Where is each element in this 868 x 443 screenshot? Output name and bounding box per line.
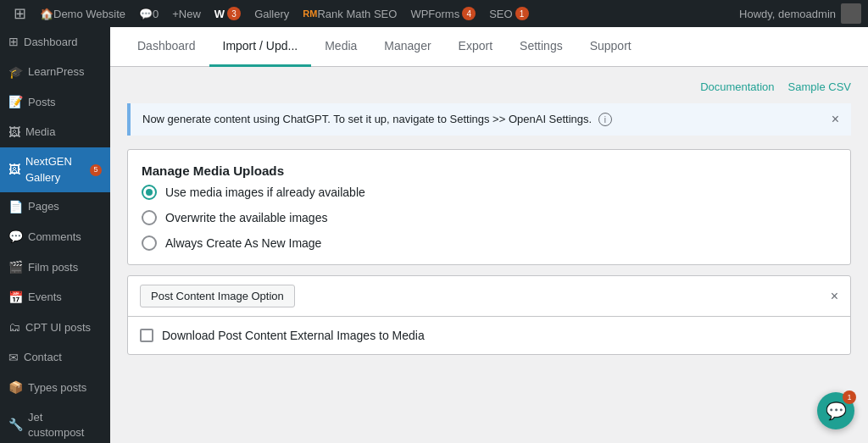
sidebar-item-label: Comments <box>28 230 81 245</box>
sidebar-item-label: Media <box>25 125 55 140</box>
pages-icon: 📄 <box>8 199 23 216</box>
sidebar-item-label: CPT UI posts <box>25 320 91 335</box>
sidebar-item-learnpress[interactable]: 🎓 LearnPress <box>0 58 110 88</box>
film-icon: 🎬 <box>8 259 23 276</box>
chat-widget[interactable]: 💬 1 <box>817 392 854 429</box>
rankmath-item[interactable]: RM Rank Math SEO <box>296 0 403 27</box>
documentation-link[interactable]: Documentation <box>700 80 774 93</box>
gallery-label: Gallery <box>254 8 289 20</box>
howdy-area: Howdy, demoadmin <box>739 3 861 24</box>
sidebar-item-cpt-ui[interactable]: 🗂 CPT UI posts <box>0 313 110 343</box>
post-content-header: Post Content Image Option × <box>128 276 850 317</box>
sample-csv-link[interactable]: Sample CSV <box>788 80 851 93</box>
chat-icon: 💬 <box>826 401 847 421</box>
sidebar-item-pages[interactable]: 📄 Pages <box>0 192 110 223</box>
sidebar-item-label: Jet custompost <box>28 410 102 440</box>
option-overwrite-label: Overwrite the available images <box>165 211 327 224</box>
new-label: New <box>179 8 201 20</box>
sidebar-item-dashboard[interactable]: ⊞ Dashboard <box>0 27 110 58</box>
sidebar-item-label: NextGEN Gallery <box>25 154 83 185</box>
notice-close-button[interactable]: × <box>832 112 839 127</box>
chat-badge: 1 <box>843 390 856 404</box>
tab-support[interactable]: Support <box>576 27 645 67</box>
sidebar-item-events[interactable]: 📅 Events <box>0 283 110 313</box>
radio-use-media[interactable] <box>142 185 157 200</box>
main-content: Dashboard Import / Upd... Media Manager … <box>110 27 868 443</box>
sidebar-item-types-posts[interactable]: 📦 Types posts <box>0 373 110 403</box>
plugin-tabs: Dashboard Import / Upd... Media Manager … <box>110 27 868 67</box>
tab-export[interactable]: Export <box>445 27 506 67</box>
download-post-content-checkbox[interactable] <box>140 329 153 342</box>
option-use-media-label: Use media images if already available <box>165 186 365 199</box>
rankmath-label: Rank Math SEO <box>317 8 397 20</box>
option-overwrite[interactable]: Overwrite the available images <box>142 210 837 225</box>
types-icon: 📦 <box>8 379 23 396</box>
seo-item[interactable]: SEO 1 <box>482 0 535 27</box>
howdy-text: Howdy, demoadmin <box>739 8 836 20</box>
seo-badge: 1 <box>515 7 529 20</box>
posts-icon: 📝 <box>8 94 23 111</box>
gallery-item[interactable]: Gallery <box>248 0 296 27</box>
option-always-create[interactable]: Always Create As New Image <box>142 235 837 251</box>
cpt-icon: 🗂 <box>8 319 20 336</box>
sidebar-item-film-posts[interactable]: 🎬 Film posts <box>0 252 110 283</box>
admin-bar: ⊞ 🏠 Demo Website 💬 0 + New W 3 Gallery R… <box>0 0 868 27</box>
comments-icon: 💬 <box>8 229 23 246</box>
option-always-create-label: Always Create As New Image <box>165 236 321 250</box>
sidebar-item-label: Film posts <box>28 260 78 275</box>
new-item[interactable]: + New <box>165 0 208 27</box>
sidebar-item-label: Events <box>28 290 62 305</box>
tab-manager[interactable]: Manager <box>370 27 444 67</box>
download-post-content-label: Download Post Content External Images to… <box>162 329 425 342</box>
admin-avatar <box>841 3 861 24</box>
manage-media-card: Manage Media Uploads Use media images if… <box>127 149 851 265</box>
contact-icon: ✉ <box>8 350 19 367</box>
radio-overwrite[interactable] <box>142 210 157 225</box>
manage-media-title: Manage Media Uploads <box>142 163 837 178</box>
wp-core-badge: 3 <box>227 7 241 20</box>
info-icon[interactable]: i <box>598 113 612 126</box>
sidebar-item-contact[interactable]: ✉ Contact <box>0 343 110 374</box>
sidebar-item-posts[interactable]: 📝 Posts <box>0 87 110 118</box>
nextgen-icon: 🖼 <box>8 162 20 179</box>
sidebar: ⊞ Dashboard 🎓 LearnPress 📝 Posts 🖼 Media… <box>0 27 110 443</box>
wpforms-item[interactable]: WPForms 4 <box>403 0 482 27</box>
sidebar-item-jet-custompost[interactable]: 🔧 Jet custompost <box>0 403 110 443</box>
sidebar-item-label: Dashboard <box>24 35 78 50</box>
site-name-item[interactable]: 🏠 Demo Website <box>33 0 132 27</box>
sidebar-item-comments[interactable]: 💬 Comments <box>0 222 110 252</box>
action-links: Documentation Sample CSV <box>127 80 851 93</box>
comments-item[interactable]: 💬 0 <box>132 0 165 27</box>
sidebar-item-label: Posts <box>28 95 56 110</box>
wp-logo-item[interactable]: ⊞ <box>7 0 33 27</box>
jet-icon: 🔧 <box>8 417 23 434</box>
tab-settings[interactable]: Settings <box>506 27 576 67</box>
notice-text: Now generate content using ChatGPT. To s… <box>142 113 612 127</box>
tab-import-update[interactable]: Import / Upd... <box>209 27 312 67</box>
wp-core-item[interactable]: W 3 <box>208 0 248 27</box>
nextgen-badge: 5 <box>90 164 102 176</box>
option-use-media[interactable]: Use media images if already available <box>142 185 837 200</box>
sidebar-item-media[interactable]: 🖼 Media <box>0 118 110 148</box>
post-content-card: Post Content Image Option × Download Pos… <box>127 275 851 355</box>
events-icon: 📅 <box>8 290 23 307</box>
download-post-content-item[interactable]: Download Post Content External Images to… <box>140 329 838 342</box>
radio-always-create[interactable] <box>142 235 157 251</box>
tab-media[interactable]: Media <box>311 27 370 67</box>
sidebar-item-nextgen[interactable]: 🖼 NextGEN Gallery 5 <box>0 147 110 191</box>
sidebar-item-label: Contact <box>24 350 62 365</box>
sidebar-item-label: Pages <box>28 199 59 214</box>
sidebar-item-label: Types posts <box>28 380 86 396</box>
site-name-label: Demo Website <box>53 8 125 20</box>
manage-media-card-body: Manage Media Uploads Use media images if… <box>128 150 850 264</box>
dashboard-icon: ⊞ <box>8 34 19 51</box>
sidebar-item-label: LearnPress <box>28 64 84 80</box>
post-content-close-button[interactable]: × <box>831 289 838 304</box>
post-content-body: Download Post Content External Images to… <box>128 317 850 354</box>
media-icon: 🖼 <box>8 125 20 141</box>
learnpress-icon: 🎓 <box>8 64 23 81</box>
content-area: Documentation Sample CSV Now generate co… <box>110 67 868 368</box>
wpforms-badge: 4 <box>462 7 476 20</box>
post-content-image-button[interactable]: Post Content Image Option <box>140 285 295 307</box>
tab-dashboard[interactable]: Dashboard <box>124 27 209 67</box>
